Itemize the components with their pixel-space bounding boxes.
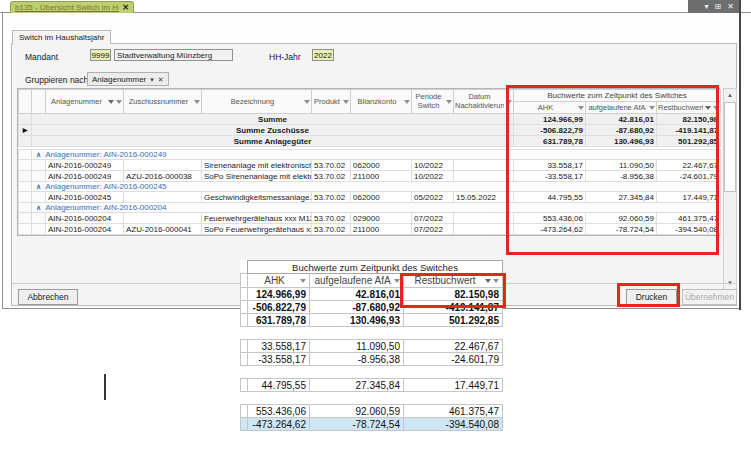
column-header-bilanzkonto[interactable]: Bilanzkonto	[351, 90, 412, 114]
tab-close-icon[interactable]: ✕	[122, 4, 129, 12]
header-flex: Produkt	[313, 97, 349, 106]
tab-switch-im-haushaltsjahr[interactable]: Switch im Haushaltsjahr	[12, 30, 111, 44]
document-tab[interactable]: b135 - Übersicht Switch im Hau... ✕	[10, 1, 134, 13]
scrollbar-thumb[interactable]	[724, 102, 736, 192]
highlight-box-buchwerte-columns	[506, 85, 719, 255]
callout-cell-rbw: 501.292,85	[404, 314, 503, 327]
cell-datum	[454, 171, 514, 182]
filter-icon[interactable]	[343, 100, 349, 104]
cell-datum	[454, 160, 514, 171]
cell-bezeichnung: Geschwindigkeitsmessanlage..	[202, 192, 312, 203]
column-header-label: Bezeichnung	[203, 97, 302, 106]
column-header-anlagenummer[interactable]: Anlagenummer	[46, 90, 124, 114]
filter-icon[interactable]	[300, 279, 306, 283]
grid-vertical-scrollbar[interactable]: ▲ ▼	[723, 88, 737, 290]
callout-sliver	[241, 274, 248, 288]
chip-close-icon[interactable]: ✕	[158, 76, 164, 83]
column-header-label: Periode Switch	[413, 93, 444, 110]
cell-bezeichnung: SoPo Feuerwehrgerätehaus xxx	[202, 224, 312, 235]
summary-label: Summe	[32, 114, 514, 125]
group-by-label: Gruppieren nach:	[25, 75, 91, 85]
callout-band-header: Buchwerte zum Zeitpunkt des Switches	[248, 261, 503, 274]
callout-gap-row	[241, 327, 503, 340]
dock-controls: ▾ ⊞ ✕	[688, 0, 739, 13]
row-indicator-cell	[19, 150, 32, 160]
filter-icon[interactable]	[404, 100, 410, 104]
group-by-chip[interactable]: Anlagenummer ▾ ✕	[87, 72, 169, 86]
callout-header-afa[interactable]: aufgelaufene AfA	[310, 274, 404, 288]
column-header-datum[interactable]: Datum Nachaktivierung	[454, 90, 514, 114]
cell-produkt: 53.70.02	[312, 160, 351, 171]
scroll-up-button[interactable]: ▲	[724, 89, 736, 101]
cell-anlagenummer: AIN-2016-000245	[46, 192, 124, 203]
group-by-chip-label: Anlagenummer	[92, 75, 146, 84]
callout-sliver	[241, 288, 248, 301]
callout-cell-afa: 11.090,50	[310, 340, 404, 353]
collapse-icon[interactable]: ∧	[36, 204, 41, 211]
mandant-code-field[interactable]	[90, 49, 111, 61]
cell-zuschussnummer	[124, 192, 202, 203]
header-flex: aufgelaufene AfA	[313, 275, 400, 286]
cell-produkt: 53.70.02	[312, 213, 351, 224]
cell-bezeichnung: SoPo Sirenenanlage mit elektr...	[202, 171, 312, 182]
dock-layout-icon[interactable]: ⊞	[715, 3, 722, 11]
callout-row: 553.436,0692.060,59461.375,47	[241, 405, 503, 418]
cell-zuschussnummer	[124, 213, 202, 224]
chevron-down-icon[interactable]: ▾	[150, 76, 154, 83]
cell-periode: 07/2022	[412, 213, 454, 224]
cell-periode: 05/2022	[412, 192, 454, 203]
column-header-zuschussnummer[interactable]: Zuschussnummer	[124, 90, 202, 114]
column-header-label: Zuschussnummer	[125, 97, 192, 106]
row-indicator-cell: ▶	[19, 125, 32, 136]
callout-sliver	[241, 261, 248, 274]
row-indicator-cell	[19, 136, 32, 147]
chevron-down-icon[interactable]: ▾	[705, 3, 709, 11]
callout-cell-rbw: -24.601,79	[404, 353, 503, 366]
close-icon[interactable]: ✕	[727, 3, 734, 11]
hhjahr-field[interactable]	[312, 49, 334, 61]
cell-datum	[454, 224, 514, 235]
sort-icon	[108, 100, 114, 104]
cell-anlagenummer: AIN-2016-000204	[46, 213, 124, 224]
callout-cell-ahk: 553.436,06	[248, 405, 310, 418]
column-header-periode[interactable]: Periode Switch	[412, 90, 454, 114]
filter-icon[interactable]	[446, 100, 452, 104]
cell-zuschussnummer	[124, 160, 202, 171]
callout-row: 44.795,5527.345,8417.449,71	[241, 379, 503, 392]
callout-cell-ahk: -506.822,79	[248, 301, 310, 314]
collapse-icon[interactable]: ∧	[36, 151, 41, 158]
filter-icon[interactable]	[194, 100, 200, 104]
callout-cell-rbw: 22.467,67	[404, 340, 503, 353]
mandant-name-field[interactable]	[114, 49, 233, 61]
header-flex: Periode Switch	[413, 93, 452, 110]
callout-cell-afa: 27.345,84	[310, 379, 404, 392]
callout-cell-ahk: 44.795,55	[248, 379, 310, 392]
callout-header-ahk[interactable]: AHK	[248, 274, 310, 288]
cell-bilanzkonto: 211000	[351, 224, 412, 235]
header-flex: Bezeichnung	[203, 97, 310, 106]
callout-gap-row	[241, 366, 503, 379]
expand-cell	[32, 192, 46, 203]
row-indicator-cell	[19, 182, 32, 192]
column-header-label: aufgelaufene AfA	[313, 275, 392, 286]
expand-cell	[32, 213, 46, 224]
callout-gap-cell	[241, 327, 503, 340]
filter-icon[interactable]	[304, 100, 310, 104]
callout-cell-ahk: -33.558,17	[248, 353, 310, 366]
column-header-produkt[interactable]: Produkt	[312, 90, 351, 114]
cell-anlagenummer: AIN-2016-000249	[46, 160, 124, 171]
callout-cell-afa: 92.060,59	[310, 405, 404, 418]
callout-cell-ahk: 631.789,78	[248, 314, 310, 327]
document-tab-strip: b135 - Übersicht Switch im Hau... ✕ ▾ ⊞ …	[0, 0, 751, 13]
column-header-bezeichnung[interactable]: Bezeichnung	[202, 90, 312, 114]
callout-cell-rbw: 461.375,47	[404, 405, 503, 418]
text-caret-artifact	[104, 374, 106, 400]
cell-bezeichnung: Feuerwehrgerätehaus xxx M12..	[202, 213, 312, 224]
column-header-label: Datum Nachaktivierung	[455, 93, 504, 110]
filter-icon[interactable]	[116, 100, 122, 104]
collapse-icon[interactable]: ∧	[36, 183, 41, 190]
header-flex: Zuschussnummer	[125, 97, 200, 106]
dock-panel-edge	[739, 0, 741, 310]
cell-zuschussnummer: AZU-2016-000041	[124, 224, 202, 235]
abbrechen-button[interactable]: Abbrechen	[18, 289, 78, 305]
